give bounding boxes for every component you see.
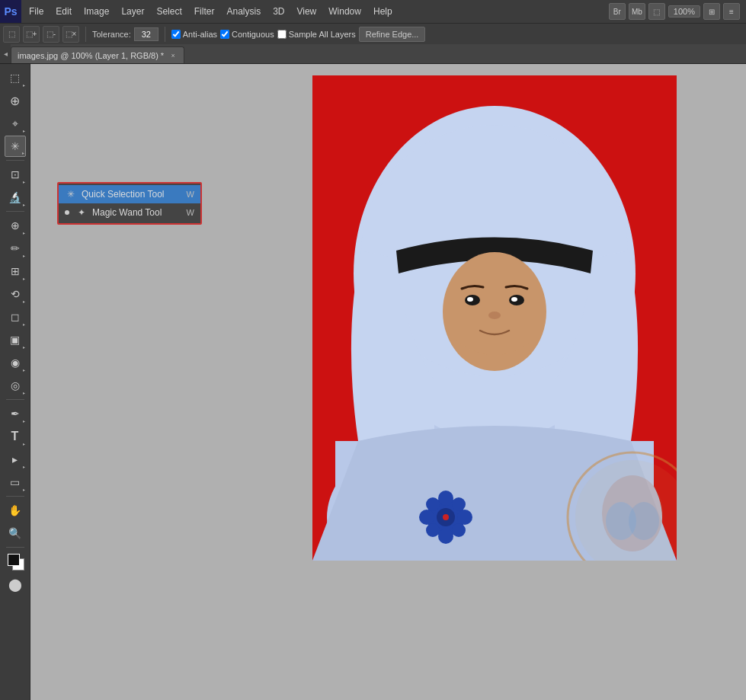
menu-filter[interactable]: Filter (188, 0, 221, 23)
tab-bar: ◂ images.jpg @ 100% (Layer 1, RGB/8) * × (0, 44, 746, 64)
eraser-tool-btn[interactable]: ◻▸ (5, 306, 26, 328)
menu-bar: Ps File Edit Image Layer Select Filter A… (0, 0, 746, 23)
text-tool-btn[interactable]: T▸ (5, 426, 26, 447)
contiguous-label: Contiguous (232, 30, 274, 39)
svg-point-15 (438, 529, 453, 544)
photo-container: www.androidgaul.id (312, 75, 677, 561)
separator-2 (165, 27, 165, 42)
history-brush-tool-btn[interactable]: ⟲▸ (5, 283, 26, 305)
extras-icon[interactable]: ≡ (723, 3, 740, 20)
path-selection-tool-btn[interactable]: ▸▸ (5, 449, 26, 470)
svg-point-14 (438, 491, 453, 506)
menu-file[interactable]: File (23, 0, 50, 23)
tab-close-button[interactable]: × (168, 51, 178, 60)
mini-bridge-icon[interactable]: Mb (629, 3, 645, 20)
pen-tool-btn[interactable]: ✒▸ (5, 403, 26, 424)
clone-stamp-tool-btn[interactable]: ⊞▸ (5, 261, 26, 282)
svg-point-28 (629, 502, 659, 540)
options-bar: ⬚ ⬚+ ⬚- ⬚× Tolerance: Anti-alias Contigu… (0, 23, 746, 44)
tab-title: images.jpg @ 100% (Layer 1, RGB/8) * (18, 51, 164, 60)
menu-view[interactable]: View (290, 0, 322, 23)
menu-layer[interactable]: Layer (115, 0, 150, 23)
svg-point-20 (426, 523, 440, 537)
sample-all-layers-label: Sample All Layers (289, 30, 356, 39)
anti-alias-label: Anti-alias (183, 30, 217, 39)
flyout-dot (65, 210, 69, 215)
magic-wand-icon: ✦ (75, 206, 88, 219)
separator-4 (6, 496, 24, 497)
svg-point-19 (452, 497, 466, 511)
dodge-tool-btn[interactable]: ◎▸ (5, 375, 26, 396)
selection-mode-subtract[interactable]: ⬚- (43, 26, 59, 43)
separator-2 (6, 211, 24, 212)
tolerance-input[interactable] (134, 27, 158, 41)
hand-tool-btn[interactable]: ✋ (5, 500, 26, 521)
svg-point-10 (467, 297, 473, 302)
flyout-magic-wand[interactable]: ✦ Magic Wand Tool W (59, 203, 200, 222)
selection-mode-new[interactable]: ⬚ (3, 26, 20, 43)
shape-tool-btn[interactable]: ▭▸ (5, 471, 26, 493)
zoom-tool-btn[interactable]: 🔍 (5, 523, 26, 544)
crop-tool-btn[interactable]: ⊡▸ (5, 164, 26, 185)
sample-all-layers-checkbox[interactable] (277, 30, 287, 39)
photo-svg: www.androidgaul.id (312, 75, 677, 561)
contiguous-checkbox[interactable] (220, 30, 229, 39)
menu-edit[interactable]: Edit (50, 0, 78, 23)
quick-mask-btn[interactable]: ⬤ (5, 574, 26, 595)
ps-logo: Ps (0, 0, 21, 23)
menu-select[interactable]: Select (150, 0, 187, 23)
separator-3 (6, 399, 24, 400)
zoom-display[interactable]: 100% (668, 5, 700, 18)
selection-mode-add[interactable]: ⬚+ (23, 26, 40, 43)
brush-tool-btn[interactable]: ✏▸ (5, 238, 26, 259)
svg-point-23 (443, 514, 449, 520)
svg-point-11 (511, 297, 517, 302)
contiguous-group: Contiguous (220, 30, 274, 39)
left-toolbar: ⬚▸ ⊕ ⌖▸ ✳▸ ⊡▸ 🔬▸ ⊕▸ ✏▸ (0, 64, 30, 700)
eyedropper-tool-btn[interactable]: 🔬▸ (5, 187, 26, 208)
refine-edge-button[interactable]: Refine Edge... (359, 27, 426, 42)
flyout-quick-selection[interactable]: ✳ Quick Selection Tool W (59, 185, 200, 203)
svg-point-16 (419, 510, 434, 525)
menu-window[interactable]: Window (322, 0, 367, 23)
flyout-quick-selection-shortcut: W (187, 190, 194, 199)
svg-point-21 (452, 523, 466, 537)
gradient-tool-btn[interactable]: ▣▸ (5, 329, 26, 350)
menu-help[interactable]: Help (367, 0, 399, 23)
separator-1 (6, 160, 24, 161)
document-tab[interactable]: images.jpg @ 100% (Layer 1, RGB/8) * × (11, 46, 184, 63)
anti-alias-checkbox[interactable] (171, 30, 181, 39)
bridge-icon[interactable]: Br (609, 3, 626, 20)
quick-selection-tool-btn[interactable]: ✳▸ (5, 136, 26, 157)
quick-selection-icon: ✳ (65, 188, 77, 200)
menu-image[interactable]: Image (78, 0, 115, 23)
svg-point-18 (426, 497, 440, 511)
tab-scroll-left[interactable]: ◂ (0, 43, 11, 63)
foreground-color (8, 554, 20, 566)
arrange-icon[interactable]: ⊞ (703, 3, 720, 20)
move-tool-btn[interactable]: ⊕ (5, 90, 26, 111)
menu-right-icons: Br Mb ⬚ 100% ⊞ ≡ (609, 3, 746, 20)
canvas-area[interactable]: www.androidgaul.id ✳ Quick Selection Too… (30, 64, 746, 700)
tolerance-label: Tolerance: (92, 30, 131, 39)
anti-alias-group: Anti-alias (171, 30, 217, 39)
main-layout: ⬚▸ ⊕ ⌖▸ ✳▸ ⊡▸ 🔬▸ ⊕▸ ✏▸ (0, 64, 746, 700)
separator-5 (6, 547, 24, 548)
svg-point-17 (457, 510, 472, 525)
tool-flyout-menu: ✳ Quick Selection Tool W ✦ Magic Wand To… (57, 182, 202, 225)
flyout-magic-wand-shortcut: W (187, 208, 194, 217)
healing-brush-tool-btn[interactable]: ⊕▸ (5, 215, 26, 236)
menu-analysis[interactable]: Analysis (220, 0, 267, 23)
screen-mode-icon[interactable]: ⬚ (648, 3, 665, 20)
flyout-magic-wand-label: Magic Wand Tool (92, 207, 162, 218)
color-swatches[interactable] (5, 551, 26, 572)
svg-point-12 (488, 312, 501, 319)
lasso-tool-btn[interactable]: ⌖▸ (5, 113, 26, 134)
marquee-tool-btn[interactable]: ⬚▸ (5, 67, 26, 88)
flyout-quick-selection-label: Quick Selection Tool (82, 189, 165, 200)
blur-tool-btn[interactable]: ◉▸ (5, 352, 26, 373)
menu-3d[interactable]: 3D (267, 0, 290, 23)
sample-all-layers-group: Sample All Layers (277, 30, 356, 39)
selection-mode-intersect[interactable]: ⬚× (62, 26, 79, 43)
separator-1 (85, 27, 86, 42)
